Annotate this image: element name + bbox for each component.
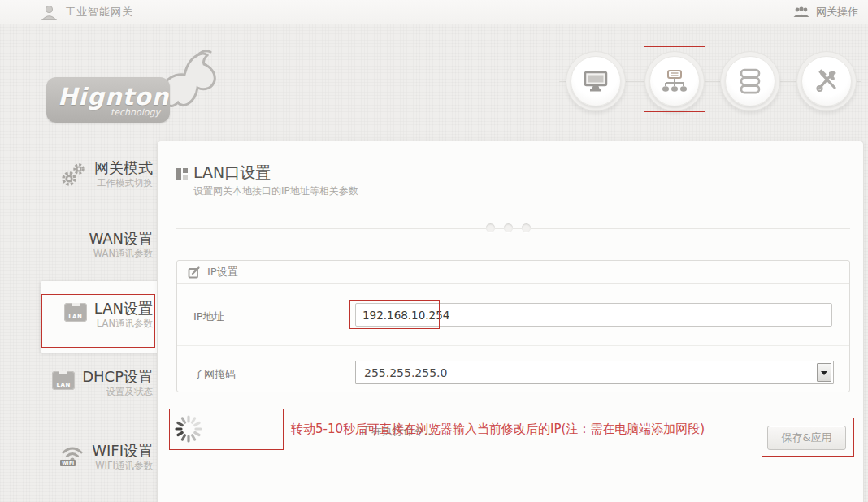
logo-tagline: technology	[58, 108, 160, 118]
pagination-dot[interactable]	[504, 223, 513, 232]
gateway-operations-label: 网关操作	[816, 5, 858, 19]
loading-spinner-icon	[174, 414, 203, 444]
gears-icon	[59, 162, 87, 189]
database-icon	[739, 68, 762, 94]
ip-address-label: IP地址	[193, 309, 224, 324]
pagination-dot[interactable]	[522, 223, 531, 232]
sidebar-item-subtitle: WAN通讯参数	[89, 248, 153, 260]
sidebar-item-wan[interactable]: WAN设置 WAN通讯参数	[29, 230, 153, 260]
chevron-down-icon[interactable]	[817, 363, 831, 382]
ip-settings-title: IP设置	[207, 265, 238, 279]
tools-icon	[814, 68, 840, 94]
network-topology-icon	[661, 69, 688, 93]
page-title: LAN口设置	[193, 162, 271, 184]
logo-name: Hignton	[58, 85, 160, 108]
sidebar-item-gateway-mode[interactable]: 网关模式 工作模式切换	[29, 159, 153, 189]
lan-icon-label: LAN	[64, 314, 87, 320]
subnet-mask-select[interactable]: 255.255.255.0	[355, 361, 834, 384]
gateway-config-page: 工业智能网关 网关操作 Hignton technology	[0, 0, 868, 502]
logo-plate: Hignton technology	[46, 77, 170, 123]
subnet-mask-value: 255.255.255.0	[364, 366, 447, 379]
sidebar-item-subtitle: WIFI通讯参数	[92, 460, 153, 472]
edit-icon	[188, 266, 201, 279]
ip-change-note: 转动5-10秒后可直接在浏览器输入当前修改后的IP(注：需在电脑端添加网段)	[291, 422, 705, 437]
row-divider	[177, 345, 849, 346]
sidebar-item-title: WIFI设置	[92, 442, 153, 460]
sidebar-item-subtitle: 工作模式切换	[94, 177, 153, 189]
users-group-icon	[792, 6, 810, 19]
sidebar-item-subtitle: LAN通讯参数	[94, 318, 153, 330]
app-title: 工业智能网关	[65, 5, 133, 19]
nav-database-button[interactable]	[720, 51, 780, 111]
main-panel: LAN口设置 设置网关本地接口的IP地址等相关参数 IP设置 IP地址 子网掩码…	[157, 141, 864, 502]
user-icon	[41, 4, 58, 21]
sidebar-item-title: LAN设置	[94, 300, 153, 318]
page-subtitle: 设置网关本地接口的IP地址等相关参数	[193, 184, 358, 198]
nav-tools-button[interactable]	[796, 51, 857, 111]
ip-address-input[interactable]	[355, 303, 832, 327]
lan-port-icon: LAN	[64, 303, 87, 322]
top-bar-brand: 工业智能网关	[41, 0, 133, 24]
subnet-mask-label: 子网掩码	[193, 367, 236, 382]
wifi-icon-label: WIFI	[60, 460, 76, 466]
sidebar-item-subtitle: 设置及状态	[82, 386, 153, 398]
sidebar-item-title: 网关模式	[94, 159, 153, 177]
nav-network-button[interactable]	[644, 51, 705, 111]
lan-port-icon: LAN	[52, 371, 75, 390]
nav-monitor-button[interactable]	[566, 51, 626, 111]
sidebar-item-wifi[interactable]: WIFI WIFI设置 WIFI通讯参数	[29, 442, 153, 472]
sidebar-item-title: WAN设置	[89, 230, 153, 248]
pagination-dots[interactable]	[486, 223, 531, 232]
pagination-dot[interactable]	[486, 223, 495, 232]
gateway-operations[interactable]: 网关操作	[792, 0, 858, 24]
wifi-icon: WIFI	[60, 445, 85, 466]
sidebar-item-dhcp[interactable]: LAN DHCP设置 设置及状态	[29, 368, 153, 398]
ip-settings-card: IP设置 IP地址 子网掩码 255.255.255.0	[176, 260, 850, 392]
top-bar: 工业智能网关 网关操作	[0, 0, 868, 24]
sidebar-item-title: DHCP设置	[82, 368, 153, 386]
sidebar-item-lan[interactable]: LAN LAN设置 LAN通讯参数	[29, 300, 153, 330]
save-apply-button[interactable]: 保存&应用	[767, 426, 846, 450]
lan-icon-label: LAN	[52, 382, 75, 388]
logo: Hignton technology	[46, 49, 217, 130]
ip-settings-header: IP设置	[177, 261, 849, 284]
monitor-icon	[583, 70, 609, 93]
page-title-icon	[176, 168, 189, 180]
